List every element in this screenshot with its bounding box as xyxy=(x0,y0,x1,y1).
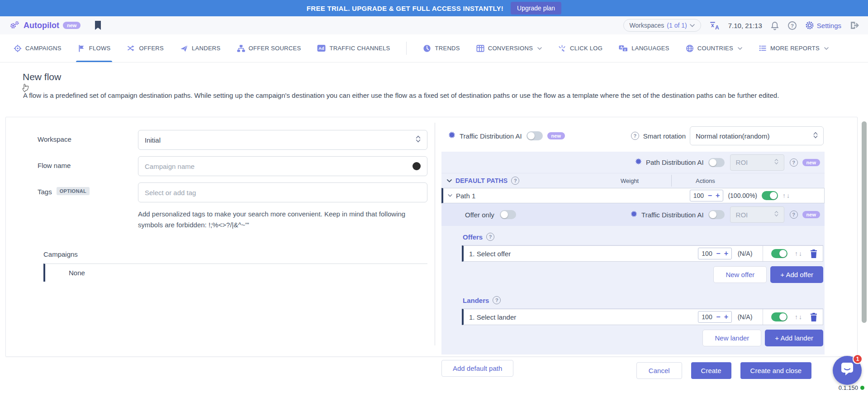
path-traffic-ai-metric-select[interactable]: ROI xyxy=(730,206,784,223)
page-scrollbar[interactable] xyxy=(862,121,867,323)
path-enabled-toggle[interactable] xyxy=(762,191,778,200)
chevron-down-icon xyxy=(824,47,829,50)
new-offer-button[interactable]: New offer xyxy=(713,266,767,283)
workspace-select[interactable]: Initial xyxy=(138,130,427,150)
flow-name-dot[interactable] xyxy=(413,162,421,170)
column-separator xyxy=(671,175,672,187)
nav-more-reports[interactable]: MORE REPORTS xyxy=(759,34,829,62)
ai-brain-icon xyxy=(635,158,642,167)
nav-offer-sources[interactable]: OFFER SOURCES xyxy=(237,34,301,62)
page-title: New flow xyxy=(23,72,61,82)
nav-landers[interactable]: LANDERS xyxy=(180,34,221,62)
path-row[interactable]: Path 1 100 − + (100.00%) ↑↓ xyxy=(441,188,825,203)
offer-enabled-toggle[interactable] xyxy=(771,249,787,258)
path-percent: (100.00%) xyxy=(728,192,757,199)
add-offer-button[interactable]: + Add offer xyxy=(770,266,823,283)
path-ai-toggle[interactable] xyxy=(708,158,725,167)
nav-divider xyxy=(406,42,407,55)
offers-heading: Offers xyxy=(463,233,483,241)
default-paths-help-icon[interactable]: ? xyxy=(511,177,519,185)
weight-plus-button[interactable]: + xyxy=(724,313,728,321)
landers-help-icon[interactable]: ? xyxy=(493,296,501,304)
brand[interactable]: Autopilot new xyxy=(9,20,81,31)
upgrade-plan-button[interactable]: Upgrade plan xyxy=(511,2,561,14)
bookmark-icon[interactable] xyxy=(94,21,102,30)
default-paths-header[interactable]: DEFAULT PATHS ? xyxy=(447,177,519,185)
flow-name-field xyxy=(138,156,427,176)
tags-label: Tags xyxy=(38,188,52,196)
path-ai-help-icon[interactable]: ? xyxy=(790,158,798,167)
weight-plus-button[interactable]: + xyxy=(716,192,720,199)
workspaces-selector[interactable]: Workspaces (1 of 1) xyxy=(623,19,701,32)
flow-name-input[interactable] xyxy=(145,163,408,170)
lander-stat: (N/A) xyxy=(732,313,758,321)
svg-text:?: ? xyxy=(791,23,794,29)
nav-label: OFFERS xyxy=(139,45,164,52)
chat-launcher[interactable]: 1 xyxy=(833,356,862,385)
tags-help-text: Add personalized tags to make your searc… xyxy=(138,209,423,230)
landers-heading: Landers xyxy=(463,297,489,304)
nav-label: OFFER SOURCES xyxy=(249,45,301,52)
offer-buttons: New offer + Add offer xyxy=(462,266,823,283)
path-traffic-ai-group: Traffic Distribution AI ROI ? new xyxy=(630,206,820,223)
nav-offers[interactable]: OFFERS xyxy=(127,34,164,62)
path-name: Path 1 xyxy=(456,192,475,200)
nav-click-log[interactable]: CLICK LOG xyxy=(558,34,602,62)
lander-enabled-toggle[interactable] xyxy=(771,312,787,321)
path-weight-stepper: 100 − + xyxy=(690,190,724,201)
smart-rotation-help-icon[interactable]: ? xyxy=(631,132,639,140)
cancel-button[interactable]: Cancel xyxy=(636,362,682,379)
lander-weight-value[interactable]: 100 xyxy=(702,313,712,321)
bell-icon[interactable] xyxy=(770,21,779,30)
weight-minus-button[interactable]: − xyxy=(716,250,720,257)
nav-label: CLICK LOG xyxy=(570,45,602,52)
flow-form: Workspace Initial Flow name Tags OPTIONA… xyxy=(38,130,427,282)
nav-trends[interactable]: TRENDS xyxy=(423,34,460,62)
lander-name[interactable]: 1. Select lander xyxy=(469,313,698,321)
weight-minus-button[interactable]: − xyxy=(716,313,720,321)
ad-icon: Ad xyxy=(317,44,326,52)
add-lander-button[interactable]: + Add lander xyxy=(765,330,823,346)
offer-reorder-arrows[interactable]: ↑↓ xyxy=(795,250,803,257)
logout-icon[interactable] xyxy=(849,21,859,30)
path-weight-value[interactable]: 100 xyxy=(693,192,704,199)
lander-row[interactable]: 1. Select lander 100 − + (N/A) ↑↓ xyxy=(462,309,823,325)
weight-minus-button[interactable]: − xyxy=(708,192,712,199)
trash-icon[interactable] xyxy=(810,313,817,321)
chevron-down-icon[interactable] xyxy=(448,194,452,197)
svg-text:Ad: Ad xyxy=(319,46,325,51)
offer-weight-value[interactable]: 100 xyxy=(702,250,712,257)
workspaces-label: Workspaces xyxy=(630,22,664,29)
help-icon[interactable]: ? xyxy=(787,21,797,30)
ai-brain-icon xyxy=(630,210,638,220)
offer-actions: ↑↓ xyxy=(763,246,817,261)
offers-help-icon[interactable]: ? xyxy=(486,233,494,241)
create-and-close-button[interactable]: Create and close xyxy=(740,362,811,379)
offer-row[interactable]: 1. Select offer 100 − + (N/A) ↑↓ xyxy=(462,245,823,262)
add-default-path-button[interactable]: Add default path xyxy=(441,360,513,377)
weight-plus-button[interactable]: + xyxy=(724,250,728,257)
path-ai-metric-select[interactable]: ROI xyxy=(730,154,784,171)
nav-conversions[interactable]: CONVERSIONS xyxy=(476,34,542,62)
offer-name[interactable]: 1. Select offer xyxy=(469,250,698,258)
path-traffic-ai-help-icon[interactable]: ? xyxy=(790,211,798,219)
nav-countries[interactable]: COUNTRIES xyxy=(686,34,742,62)
tags-input[interactable] xyxy=(145,189,421,196)
offer-only-toggle[interactable] xyxy=(500,210,516,219)
translate-icon[interactable]: xA xyxy=(709,21,720,30)
nav-traffic-channels[interactable]: Ad TRAFFIC CHANNELS xyxy=(317,34,390,62)
path-traffic-ai-toggle[interactable] xyxy=(708,210,725,219)
create-button[interactable]: Create xyxy=(691,362,731,379)
lander-reorder-arrows[interactable]: ↑↓ xyxy=(795,313,803,321)
nav-campaigns[interactable]: CAMPAIGNS xyxy=(14,34,62,62)
traffic-ai-toggle[interactable] xyxy=(526,131,543,140)
new-lander-button[interactable]: New lander xyxy=(702,330,761,346)
settings-button[interactable]: Settings xyxy=(805,21,841,30)
smart-rotation-select[interactable]: Normal rotation(random) xyxy=(690,126,824,145)
nav-languages[interactable]: Az LANGUAGES xyxy=(619,34,669,62)
trash-icon[interactable] xyxy=(810,249,817,258)
path-reorder-arrows[interactable]: ↑↓ xyxy=(783,192,791,199)
list-icon xyxy=(759,44,767,52)
header-right: Workspaces (1 of 1) xA 7.10, 21:13 ? Se xyxy=(623,19,859,32)
nav-flows[interactable]: FLOWS xyxy=(78,34,111,62)
